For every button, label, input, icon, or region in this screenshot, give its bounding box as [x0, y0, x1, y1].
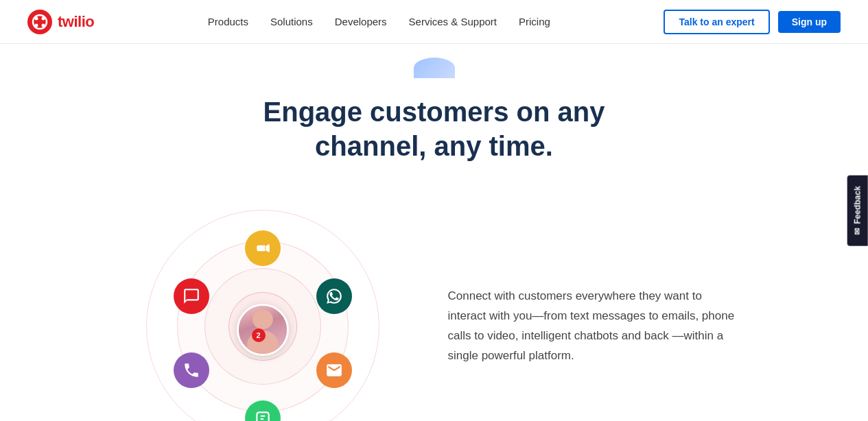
whatsapp-channel-icon[interactable] — [316, 278, 352, 314]
twilio-logo-icon — [27, 10, 52, 34]
svg-point-0 — [27, 10, 52, 34]
nav-link-pricing[interactable]: Pricing — [519, 13, 550, 30]
chat-icon — [183, 287, 200, 305]
navbar: twilio Products Solutions Developers Ser… — [0, 0, 868, 44]
email-icon — [325, 361, 343, 379]
nav-link-services[interactable]: Services & Support — [409, 13, 497, 30]
sms-icon — [254, 409, 272, 421]
email-channel-icon[interactable] — [316, 352, 352, 388]
phone-channel-icon[interactable] — [174, 352, 209, 388]
hero-headline: Engage customers on any channel, any tim… — [263, 95, 605, 163]
nav-links: Products Solutions Developers Services &… — [208, 13, 550, 30]
svg-point-2 — [35, 16, 38, 20]
video-icon — [254, 239, 272, 257]
top-avatar-partial — [414, 58, 455, 78]
feedback-tab[interactable]: ✉ Feedback — [847, 175, 867, 245]
nav-link-products[interactable]: Products — [208, 13, 248, 30]
main-content: Engage customers on any channel, any tim… — [0, 44, 868, 421]
nav-link-developers[interactable]: Developers — [335, 13, 387, 30]
logo[interactable]: twilio — [27, 10, 94, 34]
hero-description: Connect with customers everywhere they w… — [448, 287, 736, 366]
phone-icon — [183, 361, 200, 379]
feedback-label: Feedback — [852, 186, 862, 224]
feedback-icon: ✉ — [852, 228, 862, 235]
channel-diagram: 2 — [132, 196, 393, 421]
whatsapp-icon — [325, 287, 343, 305]
video-channel-icon[interactable] — [245, 230, 281, 266]
chat-channel-icon[interactable] — [174, 278, 209, 314]
content-row: 2 — [0, 196, 868, 421]
svg-point-4 — [42, 23, 45, 27]
nav-actions: Talk to an expert Sign up — [664, 10, 841, 34]
logo-wordmark: twilio — [58, 13, 94, 31]
svg-point-5 — [35, 23, 38, 27]
nav-link-solutions[interactable]: Solutions — [270, 13, 313, 30]
svg-point-3 — [42, 16, 45, 20]
sign-up-button[interactable]: Sign up — [778, 11, 841, 33]
notification-badge: 2 — [252, 328, 266, 342]
talk-to-expert-button[interactable]: Talk to an expert — [664, 10, 769, 34]
